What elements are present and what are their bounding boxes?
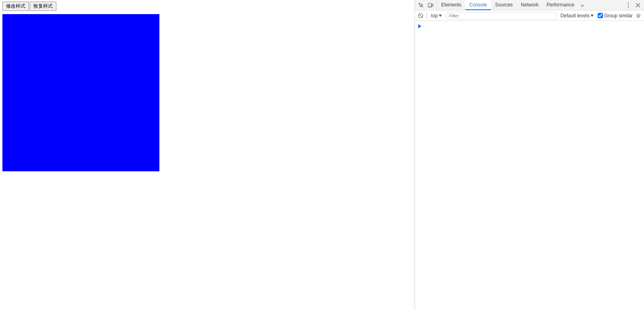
devtools-tabs: Elements Console Sources Network Perform…	[437, 0, 622, 10]
main-page: 修改样式 恢复样式	[0, 0, 415, 310]
blue-box	[2, 14, 159, 171]
devtools-right-icons	[622, 1, 644, 10]
console-content[interactable]	[415, 21, 644, 310]
console-prompt-arrow-icon[interactable]	[418, 23, 421, 29]
devtools-panel: Elements Console Sources Network Perform…	[415, 0, 644, 310]
modify-style-button[interactable]: 修改样式	[2, 2, 29, 11]
tab-console[interactable]: Console	[465, 0, 491, 10]
group-similar-checkbox[interactable]	[598, 13, 603, 18]
tab-network[interactable]: Network	[517, 0, 543, 10]
svg-line-0	[421, 5, 423, 7]
devtools-more-options-icon[interactable]	[624, 1, 633, 10]
console-filter-input[interactable]	[446, 12, 557, 19]
console-settings-icon[interactable]	[634, 12, 642, 20]
clear-console-icon[interactable]	[417, 12, 425, 20]
svg-point-5	[628, 4, 629, 5]
more-tabs-button[interactable]: »	[578, 0, 586, 10]
console-context-selector[interactable]: top	[428, 12, 445, 20]
devtools-close-icon[interactable]	[634, 1, 642, 10]
restore-style-button[interactable]: 恢复样式	[30, 2, 56, 11]
devtools-toolbar: Elements Console Sources Network Perform…	[415, 0, 644, 10]
page-buttons-container: 修改样式 恢复样式	[0, 0, 415, 12]
svg-line-10	[419, 14, 423, 17]
svg-point-4	[628, 2, 629, 3]
console-toolbar-divider	[426, 12, 427, 19]
svg-point-6	[628, 6, 629, 7]
svg-rect-2	[432, 4, 433, 6]
tab-performance[interactable]: Performance	[543, 0, 578, 10]
inspect-element-icon[interactable]	[417, 1, 425, 10]
console-prompt-line[interactable]	[415, 22, 644, 30]
devtools-left-icons	[415, 0, 437, 10]
default-levels-button[interactable]: Default levels	[558, 12, 596, 19]
console-toolbar: top Default levels Group similar	[415, 10, 644, 21]
device-toolbar-icon[interactable]	[426, 1, 435, 10]
tab-sources[interactable]: Sources	[491, 0, 517, 10]
group-similar-label[interactable]: Group similar	[598, 13, 633, 19]
svg-point-11	[638, 15, 640, 17]
chevron-right-icon	[418, 24, 421, 28]
tab-elements[interactable]: Elements	[437, 0, 465, 10]
